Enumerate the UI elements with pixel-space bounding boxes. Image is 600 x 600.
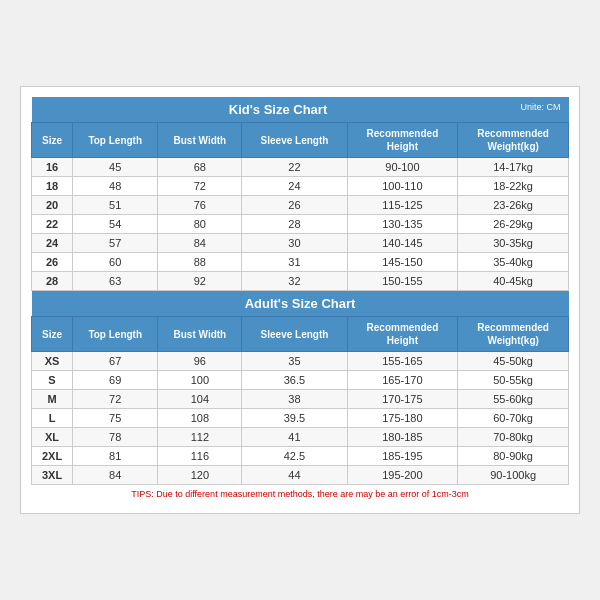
table-row: 2XL8111642.5185-19580-90kg: [32, 447, 569, 466]
table-cell: 32: [242, 272, 347, 291]
table-cell: 90-100kg: [458, 466, 569, 485]
table-cell: 81: [73, 447, 158, 466]
table-cell: 18: [32, 177, 73, 196]
table-cell: 23-26kg: [458, 196, 569, 215]
table-cell: 170-175: [347, 390, 458, 409]
table-cell: 180-185: [347, 428, 458, 447]
kids-data-rows: 1645682290-10014-17kg18487224100-11018-2…: [32, 158, 569, 291]
table-cell: 26-29kg: [458, 215, 569, 234]
adults-col-headers: Size Top Length Bust Width Sleeve Length…: [32, 317, 569, 352]
table-row: L7510839.5175-18060-70kg: [32, 409, 569, 428]
kids-col-bust-width: Bust Width: [158, 123, 242, 158]
table-cell: 69: [73, 371, 158, 390]
table-cell: 42.5: [242, 447, 347, 466]
tips-row: TIPS: Due to different measurement metho…: [32, 485, 569, 504]
table-cell: 35: [242, 352, 347, 371]
table-cell: 22: [32, 215, 73, 234]
table-cell: 78: [73, 428, 158, 447]
table-cell: 2XL: [32, 447, 73, 466]
table-cell: 72: [73, 390, 158, 409]
table-cell: 26: [242, 196, 347, 215]
adults-col-rec-height: RecommendedHeight: [347, 317, 458, 352]
table-cell: 39.5: [242, 409, 347, 428]
table-cell: 100-110: [347, 177, 458, 196]
table-cell: 44: [242, 466, 347, 485]
table-row: 18487224100-11018-22kg: [32, 177, 569, 196]
table-cell: 30-35kg: [458, 234, 569, 253]
table-cell: 68: [158, 158, 242, 177]
tips-text: TIPS: Due to different measurement metho…: [32, 485, 569, 504]
table-cell: 16: [32, 158, 73, 177]
table-cell: 40-45kg: [458, 272, 569, 291]
table-cell: 150-155: [347, 272, 458, 291]
table-cell: 104: [158, 390, 242, 409]
table-cell: 88: [158, 253, 242, 272]
adults-col-bust-width: Bust Width: [158, 317, 242, 352]
table-row: 26608831145-15035-40kg: [32, 253, 569, 272]
table-cell: 90-100: [347, 158, 458, 177]
table-cell: 54: [73, 215, 158, 234]
table-row: 3XL8412044195-20090-100kg: [32, 466, 569, 485]
size-chart-container: Kid's Size Chart Unite: CM Size Top Leng…: [20, 86, 580, 514]
adults-data-rows: XS679635155-16545-50kgS6910036.5165-1705…: [32, 352, 569, 485]
table-cell: 20: [32, 196, 73, 215]
table-cell: 55-60kg: [458, 390, 569, 409]
table-cell: 31: [242, 253, 347, 272]
table-cell: M: [32, 390, 73, 409]
adults-col-top-length: Top Length: [73, 317, 158, 352]
kids-col-rec-weight: RecommendedWeight(kg): [458, 123, 569, 158]
table-cell: 48: [73, 177, 158, 196]
table-row: 24578430140-14530-35kg: [32, 234, 569, 253]
table-cell: 75: [73, 409, 158, 428]
table-row: M7210438170-17555-60kg: [32, 390, 569, 409]
table-cell: 14-17kg: [458, 158, 569, 177]
adults-title-text: Adult's Size Chart: [245, 296, 356, 311]
table-cell: 24: [32, 234, 73, 253]
table-row: XL7811241180-18570-80kg: [32, 428, 569, 447]
table-cell: XS: [32, 352, 73, 371]
kids-unit: Unite: CM: [520, 102, 564, 112]
table-cell: 50-55kg: [458, 371, 569, 390]
table-cell: XL: [32, 428, 73, 447]
table-cell: 18-22kg: [458, 177, 569, 196]
table-cell: 140-145: [347, 234, 458, 253]
table-cell: 112: [158, 428, 242, 447]
table-cell: 115-125: [347, 196, 458, 215]
kids-col-headers: Size Top Length Bust Width Sleeve Length…: [32, 123, 569, 158]
kids-title-text: Kid's Size Chart: [229, 102, 327, 117]
table-row: 28639232150-15540-45kg: [32, 272, 569, 291]
table-cell: 36.5: [242, 371, 347, 390]
table-cell: 67: [73, 352, 158, 371]
table-cell: 155-165: [347, 352, 458, 371]
kids-section-header: Kid's Size Chart Unite: CM: [32, 97, 569, 123]
table-cell: 80: [158, 215, 242, 234]
adults-col-rec-weight: RecommendedWeight(kg): [458, 317, 569, 352]
table-cell: 45-50kg: [458, 352, 569, 371]
table-cell: 45: [73, 158, 158, 177]
table-cell: 84: [158, 234, 242, 253]
table-row: 20517626115-12523-26kg: [32, 196, 569, 215]
table-cell: 92: [158, 272, 242, 291]
table-cell: 26: [32, 253, 73, 272]
table-cell: 84: [73, 466, 158, 485]
table-cell: 195-200: [347, 466, 458, 485]
table-cell: 145-150: [347, 253, 458, 272]
table-cell: 130-135: [347, 215, 458, 234]
table-row: XS679635155-16545-50kg: [32, 352, 569, 371]
table-cell: 165-170: [347, 371, 458, 390]
kids-title: Kid's Size Chart Unite: CM: [32, 97, 569, 123]
adults-col-size: Size: [32, 317, 73, 352]
table-cell: 116: [158, 447, 242, 466]
table-cell: 3XL: [32, 466, 73, 485]
table-cell: 41: [242, 428, 347, 447]
adults-title: Adult's Size Chart: [32, 291, 569, 317]
table-cell: 57: [73, 234, 158, 253]
table-cell: L: [32, 409, 73, 428]
table-cell: 30: [242, 234, 347, 253]
table-cell: S: [32, 371, 73, 390]
table-cell: 108: [158, 409, 242, 428]
table-cell: 100: [158, 371, 242, 390]
table-cell: 76: [158, 196, 242, 215]
table-cell: 96: [158, 352, 242, 371]
table-cell: 175-180: [347, 409, 458, 428]
